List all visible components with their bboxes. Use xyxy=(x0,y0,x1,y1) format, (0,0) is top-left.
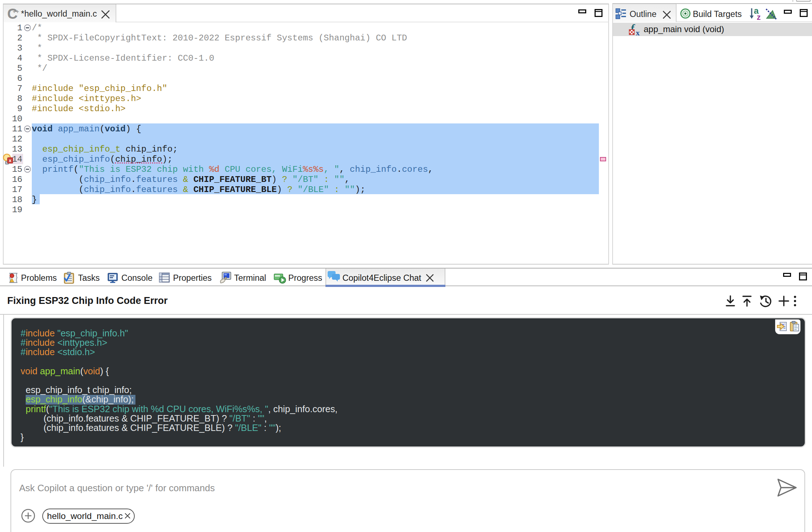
svg-text:z: z xyxy=(757,13,761,21)
svg-text:x: x xyxy=(9,158,12,163)
svg-text:x: x xyxy=(636,28,640,36)
